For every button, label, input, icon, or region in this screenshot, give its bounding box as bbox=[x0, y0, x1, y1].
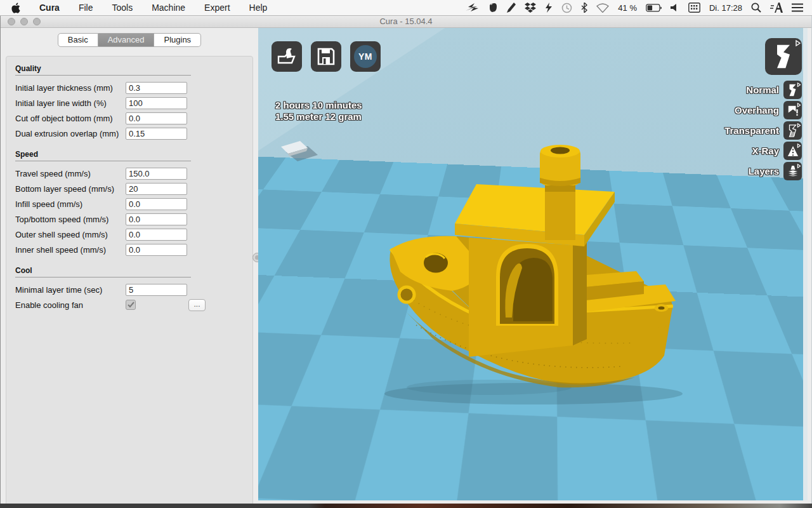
window-right-border bbox=[803, 28, 808, 500]
view-overhang-button[interactable] bbox=[783, 101, 802, 119]
section-rule bbox=[15, 161, 191, 161]
sidebar-splitter-handle[interactable] bbox=[252, 253, 262, 262]
field-top-bottom-speed: Top/bottom speed (mm/s) bbox=[15, 211, 187, 227]
small-object[interactable] bbox=[277, 136, 322, 164]
app-a-icon[interactable] bbox=[770, 3, 783, 13]
dropdown-arrow-icon bbox=[795, 39, 801, 47]
settings-panel: Quality Initial layer thickness (mm) Ini… bbox=[6, 56, 253, 508]
load-model-button[interactable] bbox=[272, 41, 302, 72]
menu-help[interactable]: Help bbox=[240, 0, 277, 15]
menu-tools[interactable]: Tools bbox=[102, 0, 142, 15]
field-initial-layer-line-width: Initial layer line width (%) bbox=[15, 95, 187, 110]
tab-basic[interactable]: Basic bbox=[58, 33, 98, 47]
load-model-icon bbox=[277, 46, 297, 67]
settings-sidebar: Basic Advanced Plugins Quality Initial l… bbox=[1, 28, 258, 500]
tab-plugins[interactable]: Plugins bbox=[154, 33, 201, 47]
inner-shell-speed-input[interactable] bbox=[126, 244, 187, 256]
minimal-layer-time-input[interactable] bbox=[126, 284, 187, 296]
field-minimal-layer-time: Minimal layer time (sec) bbox=[15, 282, 187, 297]
material-usage: 1.55 meter 12 gram bbox=[275, 111, 362, 123]
calendar-icon[interactable] bbox=[688, 3, 700, 13]
volume-icon[interactable] bbox=[671, 3, 679, 12]
view-mode-xray: X-Ray bbox=[752, 142, 802, 160]
battery-percent: 41 % bbox=[618, 3, 637, 13]
field-travel-speed: Travel speed (mm/s) bbox=[15, 166, 187, 181]
section-rule bbox=[15, 75, 191, 76]
title-bar[interactable]: Cura - 15.04.4 bbox=[1, 16, 811, 28]
tab-advanced[interactable]: Advanced bbox=[98, 33, 155, 47]
evernote-icon[interactable] bbox=[488, 3, 498, 13]
spotlight-icon[interactable] bbox=[751, 3, 761, 13]
window-title: Cura - 15.04.4 bbox=[1, 16, 811, 27]
lightning-icon[interactable] bbox=[545, 3, 553, 13]
initial-layer-line-width-input[interactable] bbox=[126, 97, 187, 109]
field-infill-speed: Infill speed (mm/s) bbox=[15, 196, 187, 211]
view-normal-button[interactable] bbox=[783, 81, 802, 99]
view-mode-layers: Layers bbox=[749, 162, 802, 180]
travel-speed-input[interactable] bbox=[126, 168, 187, 180]
viewport-toolbar: YM bbox=[272, 41, 381, 72]
menu-bar: Cura File Tools Machine Expert Help bbox=[0, 0, 812, 16]
cura-window: Cura - 15.04.4 Basic Advanced Plugins Qu… bbox=[0, 16, 812, 504]
menu-file[interactable]: File bbox=[69, 0, 103, 15]
menu-clock[interactable]: Di. 17:28 bbox=[709, 3, 742, 13]
print-time: 2 hours 10 minutes bbox=[275, 100, 362, 111]
apple-icon bbox=[11, 3, 21, 13]
time-machine-icon[interactable] bbox=[561, 3, 572, 13]
enable-cooling-fan-checkbox[interactable] bbox=[126, 300, 136, 310]
minimize-button[interactable] bbox=[20, 18, 28, 25]
section-rule bbox=[15, 277, 191, 277]
zoom-button[interactable] bbox=[33, 18, 41, 25]
infill-speed-input[interactable] bbox=[126, 198, 187, 210]
view-mode-overhang: Overhang bbox=[735, 101, 802, 119]
dropdown-arrow-icon bbox=[797, 102, 801, 108]
print-stats: 2 hours 10 minutes 1.55 meter 12 gram bbox=[275, 100, 362, 123]
section-title-speed: Speed bbox=[15, 150, 252, 159]
youmagine-icon: YM bbox=[354, 45, 377, 68]
field-dual-extrusion-overlap: Dual extrusion overlap (mm) bbox=[15, 126, 187, 141]
dual-extrusion-overlap-input[interactable] bbox=[126, 128, 187, 140]
view-xray-button[interactable] bbox=[783, 142, 802, 160]
menu-machine[interactable]: Machine bbox=[142, 0, 195, 15]
dropbox-icon[interactable] bbox=[525, 3, 536, 13]
wifi-icon[interactable] bbox=[596, 3, 609, 13]
view-transparent-button[interactable] bbox=[783, 121, 802, 140]
save-toolpath-button[interactable] bbox=[311, 41, 341, 72]
field-initial-layer-thickness: Initial layer thickness (mm) bbox=[15, 80, 187, 95]
share-youmagine-button[interactable]: YM bbox=[350, 41, 381, 72]
view-mode-panel: Normal Overhang bbox=[724, 38, 802, 180]
menu-cura[interactable]: Cura bbox=[30, 0, 69, 15]
menu-expert[interactable]: Expert bbox=[195, 0, 239, 15]
benchy-model[interactable] bbox=[381, 141, 702, 411]
bluetooth-icon[interactable] bbox=[581, 3, 587, 13]
dropdown-arrow-icon bbox=[797, 82, 801, 88]
dropdown-arrow-icon bbox=[797, 123, 801, 128]
notification-center-icon[interactable] bbox=[792, 3, 803, 12]
viewport-3d[interactable]: YM 2 hours 10 minutes 1.55 meter 12 gram bbox=[258, 28, 808, 500]
cut-off-object-bottom-input[interactable] bbox=[126, 112, 187, 124]
save-icon bbox=[317, 47, 336, 66]
apple-menu[interactable] bbox=[10, 3, 30, 13]
dropdown-arrow-icon bbox=[797, 143, 801, 149]
field-inner-shell-speed: Inner shell speed (mm/s) bbox=[15, 242, 187, 257]
screen: Cura File Tools Machine Expert Help bbox=[0, 0, 812, 508]
cooling-fan-more-button[interactable]: ... bbox=[188, 299, 206, 311]
bottom-layer-speed-input[interactable] bbox=[126, 183, 187, 195]
dropdown-arrow-icon bbox=[797, 163, 801, 169]
initial-layer-thickness-input[interactable] bbox=[126, 82, 187, 94]
view-mode-transparent: Transparent bbox=[724, 121, 802, 140]
battery-icon[interactable] bbox=[646, 4, 662, 12]
checkbox-check-icon bbox=[128, 302, 134, 308]
view-mode-current-button[interactable] bbox=[765, 38, 802, 75]
section-title-quality: Quality bbox=[15, 64, 252, 73]
view-layers-button[interactable] bbox=[783, 162, 802, 180]
top-bottom-speed-input[interactable] bbox=[126, 213, 187, 225]
view-mode-normal: Normal bbox=[746, 81, 802, 99]
outer-shell-speed-input[interactable] bbox=[126, 229, 187, 241]
pencil-icon[interactable] bbox=[507, 3, 516, 13]
close-button[interactable] bbox=[8, 18, 15, 25]
normal-view-icon bbox=[773, 44, 794, 69]
desktop-background bbox=[0, 504, 812, 508]
paper-plane-icon[interactable] bbox=[466, 3, 480, 12]
field-cut-off-object-bottom: Cut off object bottom (mm) bbox=[15, 110, 187, 126]
